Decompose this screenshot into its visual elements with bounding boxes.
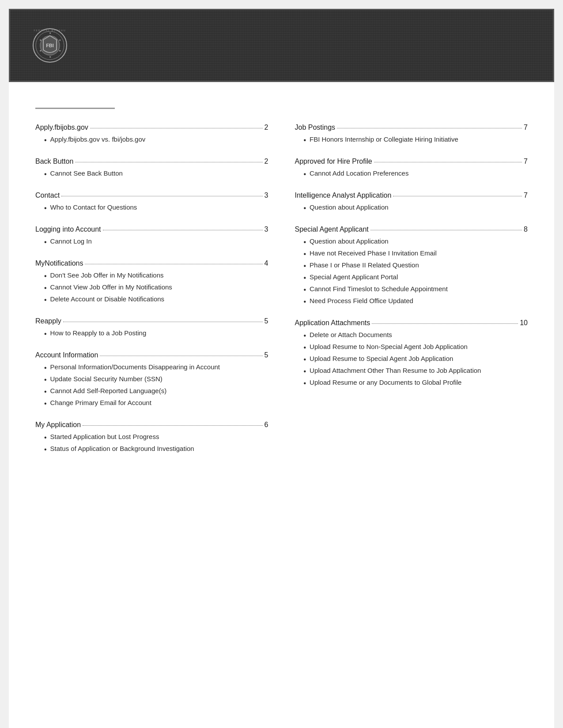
bullet-icon: • bbox=[304, 354, 306, 365]
bullet-icon: • bbox=[44, 295, 47, 305]
toc-main-row: Special Agent Applicant8 bbox=[295, 224, 528, 235]
toc-sub-item: •Upload Attachment Other Than Resume to … bbox=[304, 366, 528, 377]
toc-entry: Apply.fbijobs.gov2•Apply.fbijobs.gov vs.… bbox=[35, 122, 268, 154]
toc-sub-list: •Cannot Add Location Preferences bbox=[304, 169, 528, 180]
toc-sub-item: •Update Social Security Number (SSN) bbox=[44, 374, 268, 385]
page: ★ ★ ★ ★ ★ ★ FBI FEDERAL BUREAU Apply.fbi… bbox=[9, 9, 554, 728]
toc-entry: Intelligence Analyst Application7•Questi… bbox=[295, 190, 528, 221]
svg-text:FBI: FBI bbox=[46, 43, 54, 48]
toc-entry: Logging into Account3•Cannot Log In bbox=[35, 224, 268, 255]
toc-sub-label: Upload Resume to Non-Special Agent Job A… bbox=[310, 342, 468, 352]
toc-sub-item: •Apply.fbijobs.gov vs. fbi/jobs.gov bbox=[44, 135, 268, 146]
toc-entry: MyNotifications4•Don't See Job Offer in … bbox=[35, 258, 268, 313]
toc-sub-item: •Who to Contact for Questions bbox=[44, 203, 268, 214]
bullet-icon: • bbox=[304, 330, 306, 341]
toc-left-column: Apply.fbijobs.gov2•Apply.fbijobs.gov vs.… bbox=[35, 122, 268, 465]
toc-dots bbox=[372, 323, 518, 324]
toc-sub-list: •Don't See Job Offer in My Notifications… bbox=[44, 270, 268, 305]
toc-main-label: My Application bbox=[35, 420, 81, 430]
toc-sub-label: Upload Resume to Special Agent Job Appli… bbox=[310, 354, 453, 364]
toc-entry: Contact3•Who to Contact for Questions bbox=[35, 190, 268, 221]
bullet-icon: • bbox=[44, 329, 47, 339]
toc-sub-label: Cannot Find Timeslot to Schedule Appoint… bbox=[310, 284, 448, 294]
toc-page-number: 8 bbox=[524, 224, 528, 235]
bullet-icon: • bbox=[304, 261, 306, 271]
toc-sub-item: •Cannot Log In bbox=[44, 236, 268, 248]
toc-main-row: Reapply5 bbox=[35, 316, 268, 326]
bullet-icon: • bbox=[304, 378, 306, 389]
toc-sub-label: Phase I or Phase II Related Question bbox=[310, 260, 419, 270]
bullet-icon: • bbox=[304, 249, 306, 259]
bullet-icon: • bbox=[304, 237, 306, 248]
toc-sub-item: •Cannot Add Self-Reported Language(s) bbox=[44, 386, 268, 397]
toc-sub-list: •Delete or Attach Documents•Upload Resum… bbox=[304, 330, 528, 389]
toc-entry: Special Agent Applicant8•Question about … bbox=[295, 224, 528, 315]
toc-entry: Application Attachments10•Delete or Atta… bbox=[295, 318, 528, 397]
toc-sub-label: Need Process Field Office Updated bbox=[310, 296, 413, 306]
header: ★ ★ ★ ★ ★ ★ FBI FEDERAL BUREAU bbox=[9, 9, 554, 82]
toc-dots bbox=[337, 128, 522, 128]
toc-sub-list: •Who to Contact for Questions bbox=[44, 203, 268, 214]
toc-sub-item: •Special Agent Applicant Portal bbox=[304, 272, 528, 283]
toc-page-number: 3 bbox=[264, 190, 268, 201]
toc-dots bbox=[90, 128, 263, 128]
toc-page-number: 10 bbox=[520, 318, 528, 328]
toc-sub-item: •Personal Information/Documents Disappea… bbox=[44, 362, 268, 373]
svg-text:★: ★ bbox=[59, 39, 61, 41]
toc-page-number: 6 bbox=[264, 420, 268, 430]
toc-sub-label: Who to Contact for Questions bbox=[50, 203, 137, 213]
toc-main-row: Intelligence Analyst Application7 bbox=[295, 190, 528, 201]
toc-dots bbox=[370, 230, 522, 230]
bullet-icon: • bbox=[304, 273, 306, 283]
toc-sub-label: Question about Application bbox=[310, 203, 388, 213]
bullet-icon: • bbox=[304, 296, 306, 307]
toc-main-label: Back Button bbox=[35, 156, 73, 167]
toc-sub-item: •Cannot View Job Offer in My Notificatio… bbox=[44, 282, 268, 293]
bullet-icon: • bbox=[44, 375, 47, 385]
bullet-icon: • bbox=[304, 342, 306, 353]
svg-text:★: ★ bbox=[39, 39, 42, 41]
toc-sub-label: Started Application but Lost Progress bbox=[50, 432, 159, 442]
bullet-icon: • bbox=[304, 366, 306, 377]
toc-sub-label: Special Agent Applicant Portal bbox=[310, 272, 398, 282]
svg-text:FEDERAL BUREAU: FEDERAL BUREAU bbox=[34, 29, 66, 32]
toc-entry: Back Button2•Cannot See Back Button bbox=[35, 156, 268, 188]
svg-text:★: ★ bbox=[49, 56, 51, 58]
toc-page-number: 7 bbox=[524, 122, 528, 133]
bullet-icon: • bbox=[304, 203, 306, 214]
toc-sub-label: Status of Application or Background Inve… bbox=[50, 444, 194, 454]
toc-sub-label: Personal Information/Documents Disappear… bbox=[50, 362, 220, 372]
toc-page-number: 4 bbox=[264, 258, 268, 269]
toc-main-row: My Application6 bbox=[35, 420, 268, 430]
toc-sub-label: Change Primary Email for Account bbox=[50, 398, 151, 408]
toc-entry: Account Information5•Personal Informatio… bbox=[35, 350, 268, 417]
bullet-icon: • bbox=[44, 387, 47, 397]
toc-main-label: Approved for Hire Profile bbox=[295, 156, 372, 167]
toc-main-label: Application Attachments bbox=[295, 318, 370, 328]
toc-entry: My Application6•Started Application but … bbox=[35, 420, 268, 463]
bullet-icon: • bbox=[44, 283, 47, 293]
toc-sub-item: •Cannot Add Location Preferences bbox=[304, 169, 528, 180]
toc-main-label: MyNotifications bbox=[35, 258, 83, 269]
svg-text:★: ★ bbox=[59, 49, 61, 52]
toc-page-number: 3 bbox=[264, 224, 268, 235]
toc-main-row: Back Button2 bbox=[35, 156, 268, 167]
toc-dots bbox=[374, 162, 522, 162]
toc-sub-item: •Don't See Job Offer in My Notifications bbox=[44, 270, 268, 281]
toc-sub-item: •Upload Resume to Non-Special Agent Job … bbox=[304, 342, 528, 353]
toc-dots bbox=[61, 196, 262, 196]
toc-main-label: Account Information bbox=[35, 350, 98, 360]
toc-main-label: Special Agent Applicant bbox=[295, 224, 369, 235]
toc-main-row: Contact3 bbox=[35, 190, 268, 201]
toc-sub-label: How to Reapply to a Job Posting bbox=[50, 328, 147, 338]
toc-page-number: 5 bbox=[264, 350, 268, 360]
toc-sub-label: Delete Account or Disable Notifications bbox=[50, 294, 164, 304]
bullet-icon: • bbox=[44, 271, 47, 281]
toc-sub-item: •How to Reapply to a Job Posting bbox=[44, 328, 268, 339]
toc-entry: Job Postings7•FBI Honors Internship or C… bbox=[295, 122, 528, 154]
toc-sub-item: •Phase I or Phase II Related Question bbox=[304, 260, 528, 271]
toc-main-label: Intelligence Analyst Application bbox=[295, 190, 392, 201]
toc-sub-list: •FBI Honors Internship or Collegiate Hir… bbox=[304, 135, 528, 146]
toc-sub-item: •Upload Resume or any Documents to Globa… bbox=[304, 378, 528, 389]
toc-sub-list: •Question about Application bbox=[304, 203, 528, 214]
